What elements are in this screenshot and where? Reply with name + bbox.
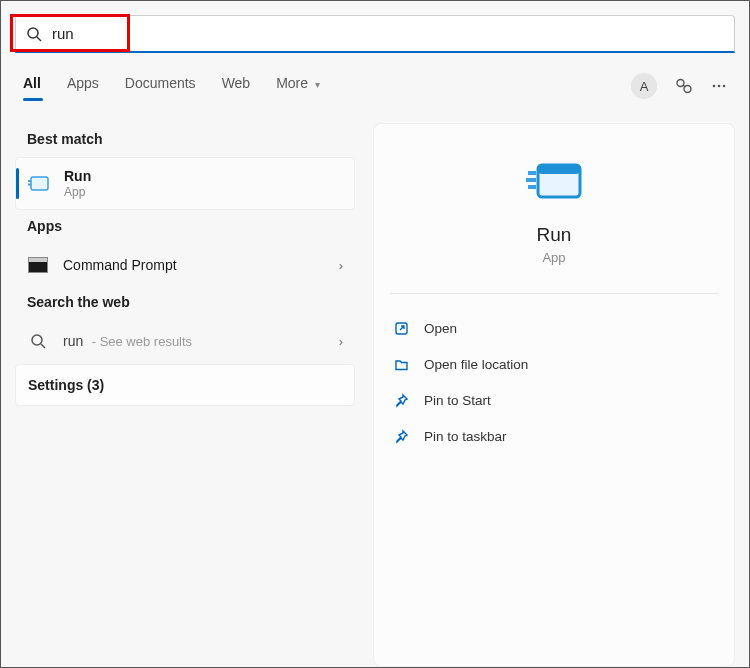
open-icon (392, 319, 410, 337)
result-title: Command Prompt (63, 257, 339, 273)
svg-rect-9 (28, 180, 31, 182)
action-pin-to-taskbar[interactable]: Pin to taskbar (390, 420, 718, 452)
run-app-large-icon (524, 160, 584, 206)
svg-rect-10 (28, 183, 31, 185)
search-bar[interactable] (15, 15, 735, 53)
run-app-icon (28, 173, 50, 195)
result-subtitle: App (64, 185, 342, 199)
search-icon (26, 26, 42, 42)
action-pin-to-start[interactable]: Pin to Start (390, 384, 718, 416)
result-title: Run (64, 168, 342, 184)
command-prompt-icon (27, 254, 49, 276)
tab-all[interactable]: All (23, 75, 41, 97)
preview-panel: Run App Open (373, 123, 735, 667)
rewards-icon[interactable] (675, 77, 693, 95)
svg-rect-15 (528, 171, 536, 175)
result-best-match-run[interactable]: Run App (15, 157, 355, 210)
start-search-window: All Apps Documents Web More ▾ A (1, 1, 749, 667)
action-label: Open (424, 321, 457, 336)
svg-rect-14 (538, 165, 580, 174)
svg-point-11 (32, 335, 42, 345)
best-match-header: Best match (15, 123, 355, 157)
action-label: Pin to Start (424, 393, 491, 408)
chevron-right-icon: › (339, 334, 343, 349)
svg-rect-16 (526, 178, 536, 182)
tab-more[interactable]: More ▾ (276, 75, 320, 97)
svg-line-12 (41, 344, 45, 348)
svg-point-0 (28, 28, 38, 38)
filter-tabs-row: All Apps Documents Web More ▾ A (15, 73, 735, 99)
web-query: run (63, 333, 83, 349)
tab-apps[interactable]: Apps (67, 75, 99, 97)
svg-rect-17 (528, 185, 536, 189)
tab-documents[interactable]: Documents (125, 75, 196, 97)
result-app-command-prompt[interactable]: Command Prompt › (15, 244, 355, 286)
divider (390, 293, 718, 294)
tab-more-label: More (276, 75, 308, 91)
svg-line-1 (37, 37, 41, 41)
result-web-search[interactable]: run - See web results › (15, 320, 355, 362)
search-web-header: Search the web (15, 286, 355, 320)
folder-icon (392, 355, 410, 373)
preview-subtitle: App (542, 250, 565, 265)
action-open[interactable]: Open (390, 312, 718, 344)
more-options-icon[interactable] (711, 78, 727, 94)
pin-icon (392, 427, 410, 445)
pin-icon (392, 391, 410, 409)
action-open-file-location[interactable]: Open file location (390, 348, 718, 380)
svg-point-6 (718, 85, 721, 88)
web-suffix: - See web results (92, 334, 192, 349)
search-icon (27, 330, 49, 352)
tab-web[interactable]: Web (222, 75, 251, 97)
svg-point-7 (723, 85, 726, 88)
search-input[interactable] (52, 25, 724, 42)
action-label: Pin to taskbar (424, 429, 507, 444)
svg-point-5 (713, 85, 716, 88)
preview-title: Run (537, 224, 572, 246)
svg-line-4 (683, 85, 686, 87)
svg-rect-8 (31, 177, 48, 190)
chevron-down-icon: ▾ (315, 79, 320, 90)
chevron-right-icon: › (339, 258, 343, 273)
user-avatar[interactable]: A (631, 73, 657, 99)
apps-header: Apps (15, 210, 355, 244)
results-list: Best match Run App Apps (15, 123, 355, 667)
result-settings-group[interactable]: Settings (3) (15, 364, 355, 406)
action-label: Open file location (424, 357, 528, 372)
